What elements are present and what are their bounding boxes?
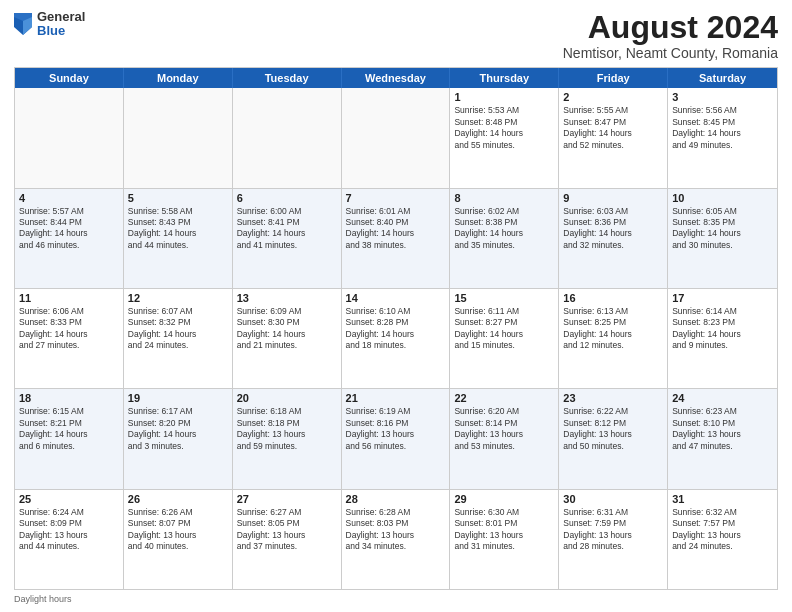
logo-text: General Blue — [37, 10, 85, 39]
day-info: Sunrise: 6:22 AM Sunset: 8:12 PM Dayligh… — [563, 406, 663, 452]
day-number: 4 — [19, 192, 119, 204]
day-info: Sunrise: 6:30 AM Sunset: 8:01 PM Dayligh… — [454, 507, 554, 553]
day-cell-25: 25Sunrise: 6:24 AM Sunset: 8:09 PM Dayli… — [15, 490, 124, 589]
day-info: Sunrise: 6:10 AM Sunset: 8:28 PM Dayligh… — [346, 306, 446, 352]
day-info: Sunrise: 6:15 AM Sunset: 8:21 PM Dayligh… — [19, 406, 119, 452]
calendar-header: SundayMondayTuesdayWednesdayThursdayFrid… — [15, 68, 777, 88]
day-cell-29: 29Sunrise: 6:30 AM Sunset: 8:01 PM Dayli… — [450, 490, 559, 589]
day-info: Sunrise: 6:23 AM Sunset: 8:10 PM Dayligh… — [672, 406, 773, 452]
day-cell-8: 8Sunrise: 6:02 AM Sunset: 8:38 PM Daylig… — [450, 189, 559, 288]
day-number: 6 — [237, 192, 337, 204]
day-cell-5: 5Sunrise: 5:58 AM Sunset: 8:43 PM Daylig… — [124, 189, 233, 288]
footer-note: Daylight hours — [14, 594, 778, 604]
day-cell-13: 13Sunrise: 6:09 AM Sunset: 8:30 PM Dayli… — [233, 289, 342, 388]
day-cell-21: 21Sunrise: 6:19 AM Sunset: 8:16 PM Dayli… — [342, 389, 451, 488]
day-info: Sunrise: 6:17 AM Sunset: 8:20 PM Dayligh… — [128, 406, 228, 452]
day-cell-30: 30Sunrise: 6:31 AM Sunset: 7:59 PM Dayli… — [559, 490, 668, 589]
day-cell-7: 7Sunrise: 6:01 AM Sunset: 8:40 PM Daylig… — [342, 189, 451, 288]
day-cell-6: 6Sunrise: 6:00 AM Sunset: 8:41 PM Daylig… — [233, 189, 342, 288]
day-cell-14: 14Sunrise: 6:10 AM Sunset: 8:28 PM Dayli… — [342, 289, 451, 388]
day-header-sunday: Sunday — [15, 68, 124, 88]
day-header-saturday: Saturday — [668, 68, 777, 88]
day-number: 10 — [672, 192, 773, 204]
calendar-week-2: 4Sunrise: 5:57 AM Sunset: 8:44 PM Daylig… — [15, 189, 777, 289]
day-cell-4: 4Sunrise: 5:57 AM Sunset: 8:44 PM Daylig… — [15, 189, 124, 288]
calendar-body: 1Sunrise: 5:53 AM Sunset: 8:48 PM Daylig… — [15, 88, 777, 589]
day-header-tuesday: Tuesday — [233, 68, 342, 88]
calendar-week-5: 25Sunrise: 6:24 AM Sunset: 8:09 PM Dayli… — [15, 490, 777, 589]
day-number: 5 — [128, 192, 228, 204]
day-number: 1 — [454, 91, 554, 103]
day-number: 12 — [128, 292, 228, 304]
day-cell-15: 15Sunrise: 6:11 AM Sunset: 8:27 PM Dayli… — [450, 289, 559, 388]
day-number: 20 — [237, 392, 337, 404]
day-info: Sunrise: 6:19 AM Sunset: 8:16 PM Dayligh… — [346, 406, 446, 452]
day-info: Sunrise: 6:06 AM Sunset: 8:33 PM Dayligh… — [19, 306, 119, 352]
day-info: Sunrise: 6:32 AM Sunset: 7:57 PM Dayligh… — [672, 507, 773, 553]
day-cell-31: 31Sunrise: 6:32 AM Sunset: 7:57 PM Dayli… — [668, 490, 777, 589]
day-info: Sunrise: 6:18 AM Sunset: 8:18 PM Dayligh… — [237, 406, 337, 452]
day-number: 13 — [237, 292, 337, 304]
day-number: 14 — [346, 292, 446, 304]
day-cell-23: 23Sunrise: 6:22 AM Sunset: 8:12 PM Dayli… — [559, 389, 668, 488]
day-info: Sunrise: 6:13 AM Sunset: 8:25 PM Dayligh… — [563, 306, 663, 352]
day-info: Sunrise: 6:26 AM Sunset: 8:07 PM Dayligh… — [128, 507, 228, 553]
empty-cell — [342, 88, 451, 187]
day-cell-3: 3Sunrise: 5:56 AM Sunset: 8:45 PM Daylig… — [668, 88, 777, 187]
day-number: 21 — [346, 392, 446, 404]
day-info: Sunrise: 5:55 AM Sunset: 8:47 PM Dayligh… — [563, 105, 663, 151]
day-number: 22 — [454, 392, 554, 404]
calendar-week-3: 11Sunrise: 6:06 AM Sunset: 8:33 PM Dayli… — [15, 289, 777, 389]
month-title: August 2024 — [563, 10, 778, 45]
day-number: 3 — [672, 91, 773, 103]
day-info: Sunrise: 6:01 AM Sunset: 8:40 PM Dayligh… — [346, 206, 446, 252]
day-header-thursday: Thursday — [450, 68, 559, 88]
header: General Blue August 2024 Nemtisor, Neamt… — [14, 10, 778, 61]
title-block: August 2024 Nemtisor, Neamt County, Roma… — [563, 10, 778, 61]
day-cell-19: 19Sunrise: 6:17 AM Sunset: 8:20 PM Dayli… — [124, 389, 233, 488]
day-info: Sunrise: 6:20 AM Sunset: 8:14 PM Dayligh… — [454, 406, 554, 452]
day-info: Sunrise: 6:00 AM Sunset: 8:41 PM Dayligh… — [237, 206, 337, 252]
day-number: 8 — [454, 192, 554, 204]
day-info: Sunrise: 6:03 AM Sunset: 8:36 PM Dayligh… — [563, 206, 663, 252]
day-number: 19 — [128, 392, 228, 404]
day-info: Sunrise: 5:58 AM Sunset: 8:43 PM Dayligh… — [128, 206, 228, 252]
day-cell-22: 22Sunrise: 6:20 AM Sunset: 8:14 PM Dayli… — [450, 389, 559, 488]
day-number: 31 — [672, 493, 773, 505]
day-cell-27: 27Sunrise: 6:27 AM Sunset: 8:05 PM Dayli… — [233, 490, 342, 589]
empty-cell — [15, 88, 124, 187]
day-header-wednesday: Wednesday — [342, 68, 451, 88]
day-cell-9: 9Sunrise: 6:03 AM Sunset: 8:36 PM Daylig… — [559, 189, 668, 288]
day-number: 9 — [563, 192, 663, 204]
day-info: Sunrise: 6:05 AM Sunset: 8:35 PM Dayligh… — [672, 206, 773, 252]
day-number: 23 — [563, 392, 663, 404]
logo: General Blue — [14, 10, 85, 39]
day-number: 17 — [672, 292, 773, 304]
day-number: 2 — [563, 91, 663, 103]
day-info: Sunrise: 6:14 AM Sunset: 8:23 PM Dayligh… — [672, 306, 773, 352]
day-cell-16: 16Sunrise: 6:13 AM Sunset: 8:25 PM Dayli… — [559, 289, 668, 388]
location-subtitle: Nemtisor, Neamt County, Romania — [563, 45, 778, 61]
day-info: Sunrise: 5:53 AM Sunset: 8:48 PM Dayligh… — [454, 105, 554, 151]
day-header-monday: Monday — [124, 68, 233, 88]
day-info: Sunrise: 6:31 AM Sunset: 7:59 PM Dayligh… — [563, 507, 663, 553]
day-cell-11: 11Sunrise: 6:06 AM Sunset: 8:33 PM Dayli… — [15, 289, 124, 388]
day-info: Sunrise: 6:09 AM Sunset: 8:30 PM Dayligh… — [237, 306, 337, 352]
day-info: Sunrise: 5:57 AM Sunset: 8:44 PM Dayligh… — [19, 206, 119, 252]
logo-blue-text: Blue — [37, 24, 85, 38]
day-header-friday: Friday — [559, 68, 668, 88]
day-cell-18: 18Sunrise: 6:15 AM Sunset: 8:21 PM Dayli… — [15, 389, 124, 488]
day-cell-24: 24Sunrise: 6:23 AM Sunset: 8:10 PM Dayli… — [668, 389, 777, 488]
day-cell-26: 26Sunrise: 6:26 AM Sunset: 8:07 PM Dayli… — [124, 490, 233, 589]
calendar-week-1: 1Sunrise: 5:53 AM Sunset: 8:48 PM Daylig… — [15, 88, 777, 188]
day-number: 18 — [19, 392, 119, 404]
day-cell-20: 20Sunrise: 6:18 AM Sunset: 8:18 PM Dayli… — [233, 389, 342, 488]
day-cell-10: 10Sunrise: 6:05 AM Sunset: 8:35 PM Dayli… — [668, 189, 777, 288]
day-cell-28: 28Sunrise: 6:28 AM Sunset: 8:03 PM Dayli… — [342, 490, 451, 589]
day-cell-2: 2Sunrise: 5:55 AM Sunset: 8:47 PM Daylig… — [559, 88, 668, 187]
day-number: 27 — [237, 493, 337, 505]
day-info: Sunrise: 6:27 AM Sunset: 8:05 PM Dayligh… — [237, 507, 337, 553]
day-number: 29 — [454, 493, 554, 505]
day-number: 30 — [563, 493, 663, 505]
logo-icon — [14, 13, 32, 35]
